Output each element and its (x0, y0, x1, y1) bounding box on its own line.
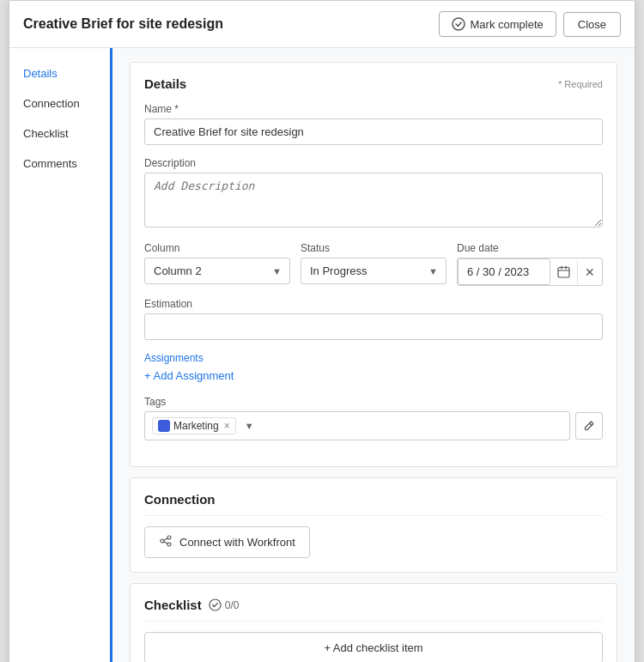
svg-point-7 (167, 536, 171, 539)
due-date-clear-button[interactable]: ✕ (577, 260, 602, 284)
column-label: Column (144, 242, 290, 254)
sidebar-item-comments[interactable]: Comments (9, 149, 110, 179)
details-section: Details * Required Name * Description (130, 62, 617, 467)
modal-container: Creative Brief for site redesign Mark co… (9, 0, 635, 662)
status-field: Status In Progress To Do Done ▼ (301, 242, 447, 286)
due-date-calendar-button[interactable] (550, 260, 577, 283)
mark-complete-button[interactable]: Mark complete (439, 11, 556, 37)
marketing-tag: Marketing × (152, 417, 236, 434)
due-date-wrapper: ✕ (457, 258, 603, 286)
workfront-icon (159, 534, 173, 550)
status-select[interactable]: In Progress To Do Done (301, 258, 447, 284)
assignments-field-group: Assignments + Add Assignment (144, 352, 603, 384)
status-select-wrapper: In Progress To Do Done ▼ (301, 258, 447, 284)
tag-name: Marketing (173, 420, 219, 432)
sidebar-item-details[interactable]: Details (9, 58, 110, 88)
header-actions: Mark complete Close (439, 11, 622, 37)
tags-input-area[interactable]: Marketing × ▼ (144, 411, 570, 440)
required-note: * Required (558, 79, 603, 89)
content-area: Details * Required Name * Description (112, 48, 635, 662)
checklist-badge: 0/0 (209, 598, 240, 611)
svg-point-0 (453, 18, 465, 30)
sidebar-item-checklist[interactable]: Checklist (9, 118, 110, 149)
details-section-title: Details (144, 76, 186, 91)
estimation-label: Estimation (144, 298, 603, 310)
tags-field-group: Tags Marketing × ▼ (144, 396, 603, 440)
name-input[interactable] (144, 118, 603, 145)
svg-point-6 (161, 539, 164, 543)
due-date-input[interactable] (458, 258, 550, 285)
add-assignment-button[interactable]: + Add Assignment (144, 367, 234, 384)
tags-field-wrapper: Marketing × ▼ (144, 411, 603, 440)
mark-complete-label: Mark complete (471, 18, 544, 31)
sidebar: Details Connection Checklist Comments (9, 48, 112, 662)
calendar-icon (557, 265, 570, 278)
tags-label: Tags (144, 396, 603, 408)
checklist-section: Checklist 0/0 + Add checklist item (130, 583, 617, 662)
column-select[interactable]: Column 2 Column 1 Column 3 (144, 258, 290, 284)
connect-workfront-button[interactable]: Connect with Workfront (144, 526, 310, 558)
tag-remove-button[interactable]: × (224, 420, 230, 432)
modal-title: Creative Brief for site redesign (23, 16, 223, 32)
modal-header: Creative Brief for site redesign Mark co… (9, 1, 635, 48)
details-section-header: Details * Required (144, 76, 603, 91)
status-label: Status (301, 242, 447, 254)
tag-color-dot (158, 420, 170, 432)
svg-line-5 (590, 423, 592, 426)
description-label: Description (144, 157, 603, 169)
assignments-label: Assignments (144, 352, 603, 364)
column-field: Column Column 2 Column 1 Column 3 ▼ (144, 242, 290, 286)
description-field-group: Description (144, 157, 603, 230)
add-checklist-button[interactable]: + Add checklist item (144, 632, 603, 662)
sidebar-item-connection[interactable]: Connection (9, 88, 110, 118)
description-textarea[interactable] (144, 173, 603, 228)
estimation-input[interactable] (144, 313, 603, 340)
svg-point-11 (210, 599, 221, 610)
svg-rect-1 (558, 268, 569, 278)
svg-line-10 (164, 542, 167, 544)
svg-point-8 (167, 543, 171, 546)
check-circle-icon (452, 17, 465, 31)
checklist-header: Checklist 0/0 (144, 598, 603, 622)
connection-section-title: Connection (144, 492, 603, 516)
name-label: Name * (144, 103, 603, 115)
row-fields-status: Column Column 2 Column 1 Column 3 ▼ Stat… (144, 242, 603, 286)
connection-section: Connection Connect with Workfront (130, 477, 617, 573)
modal-body: Details Connection Checklist Comments De… (9, 48, 635, 662)
column-select-wrapper: Column 2 Column 1 Column 3 ▼ (144, 258, 290, 284)
connect-workfront-label: Connect with Workfront (179, 536, 295, 549)
edit-icon (583, 420, 595, 432)
checklist-title: Checklist (144, 598, 202, 612)
checklist-check-icon (209, 598, 222, 611)
svg-line-9 (164, 538, 167, 540)
name-field-group: Name * (144, 103, 603, 145)
due-date-label: Due date (457, 242, 603, 254)
tags-dropdown-button[interactable]: ▼ (241, 421, 258, 431)
due-date-field: Due date ✕ (457, 242, 603, 286)
close-button[interactable]: Close (563, 12, 621, 37)
tags-edit-button[interactable] (575, 412, 603, 440)
estimation-field-group: Estimation (144, 298, 603, 340)
add-checklist-label: + Add checklist item (324, 641, 422, 654)
